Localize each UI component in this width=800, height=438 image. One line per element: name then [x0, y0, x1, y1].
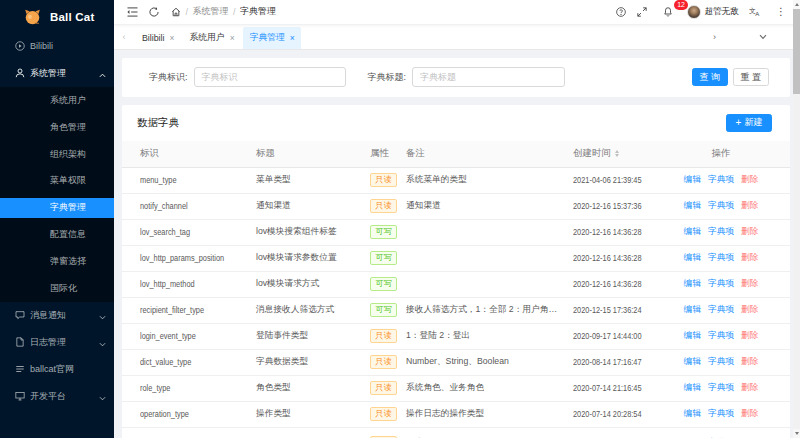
dict-items-link[interactable]: 字典项: [708, 252, 734, 264]
dict-items-link[interactable]: 字典项: [708, 278, 734, 290]
tabs-scroll-right-icon[interactable]: ›: [713, 32, 716, 42]
sidebar-item-bilibili[interactable]: Bilibili: [0, 33, 114, 60]
tab-close-icon[interactable]: ×: [290, 33, 295, 43]
fullscreen-icon[interactable]: [637, 7, 647, 17]
table-row: recipient_filter_type消息接收人筛选方式可写接收人筛选方式，…: [122, 298, 790, 324]
breadcrumb-item-current: 字典管理: [240, 5, 276, 18]
delete-link[interactable]: 删除: [741, 356, 758, 368]
edit-link[interactable]: 编辑: [684, 174, 701, 186]
query-button[interactable]: 查询: [692, 68, 729, 86]
sidebar-item-dev-platform[interactable]: 开发平台: [0, 383, 114, 410]
delete-link[interactable]: 删除: [741, 226, 758, 238]
sidebar-item-system[interactable]: 系统管理: [0, 60, 114, 87]
tab-close-icon[interactable]: ×: [230, 33, 235, 43]
edit-link[interactable]: 编辑: [684, 356, 701, 368]
dict-title-input[interactable]: 字典标题: [412, 67, 565, 87]
sidebar-item-menu-permission[interactable]: 菜单权限: [0, 167, 114, 194]
sidebar-item-dict[interactable]: 字典管理: [0, 194, 114, 221]
sidebar-item-log[interactable]: 日志管理: [0, 329, 114, 356]
delete-link[interactable]: 删除: [741, 174, 758, 186]
sidebar-menu: Bilibili 系统管理 系统用户 角色管理 组织架构 菜单权限 字典管理 配…: [0, 33, 114, 409]
search-panel: 字典标识: 字典标识 字典标题: 字典标题 查询 重置: [122, 58, 790, 97]
dict-items-link[interactable]: 字典项: [708, 200, 734, 212]
dict-items-link[interactable]: 字典项: [708, 408, 734, 420]
table-row: operation_type操作类型只读操作日志的操作类型2020-07-14 …: [122, 402, 790, 428]
delete-link[interactable]: 删除: [741, 304, 758, 316]
edit-link[interactable]: 编辑: [684, 304, 701, 316]
tab-bilibili[interactable]: Bilibili ×: [136, 27, 181, 49]
tab-close-icon[interactable]: ×: [170, 33, 175, 43]
cell-remark: 用户性别: [406, 428, 558, 438]
sidebar-item-website[interactable]: ballcat官网: [0, 356, 114, 383]
edit-link[interactable]: 编辑: [684, 330, 701, 342]
cell-actions: 编辑字典项删除: [662, 350, 780, 375]
avatar[interactable]: [687, 5, 701, 19]
create-button[interactable]: + 新建: [726, 114, 772, 132]
sort-icon[interactable]: [615, 150, 619, 157]
cell-remark: Number、String、Boolean: [406, 350, 558, 375]
edit-link[interactable]: 编辑: [684, 278, 701, 290]
reload-icon[interactable]: [149, 7, 159, 17]
dict-items-link[interactable]: 字典项: [708, 356, 734, 368]
col-header-attr: 属性: [370, 141, 389, 167]
tabbar-controls: ›: [713, 25, 800, 49]
sidebar-item-notify[interactable]: 消息通知: [0, 302, 114, 329]
edit-link[interactable]: 编辑: [684, 252, 701, 264]
delete-link[interactable]: 删除: [741, 200, 758, 212]
scrollbar-thumb[interactable]: [793, 9, 800, 94]
cell-remark: 接收人筛选方式，1：全部 2：用户角色 3：组织机构 4：用户类型 5：自定义用…: [406, 298, 558, 323]
sidebar-item-organization[interactable]: 组织架构: [0, 141, 114, 168]
reset-button[interactable]: 重置: [733, 68, 770, 86]
dict-id-input[interactable]: 字典标识: [194, 67, 346, 87]
sidebar-item-lov[interactable]: 弹窗选择: [0, 248, 114, 275]
table-row: login_event_type登陆事件类型只读1：登陆 2：登出2020-09…: [122, 324, 790, 350]
logo[interactable]: Ball Cat: [0, 0, 114, 33]
tabs-scroll-left-icon[interactable]: ‹: [123, 32, 126, 42]
cell-attr: 只读: [370, 194, 397, 219]
tab-system-user[interactable]: 系统用户 ×: [183, 27, 241, 49]
delete-link[interactable]: 删除: [741, 408, 758, 420]
dict-items-link[interactable]: 字典项: [708, 382, 734, 394]
sidebar-item-system-user[interactable]: 系统用户: [0, 87, 114, 114]
col-header-title: 标题: [256, 141, 275, 167]
edit-link[interactable]: 编辑: [684, 382, 701, 394]
cell-time: 2020-07-14 21:16:45: [573, 376, 654, 401]
col-header-id: 标识: [140, 141, 159, 167]
cell-time: 2020-12-16 15:37:36: [573, 194, 654, 219]
sidebar-item-i18n[interactable]: 国际化: [0, 275, 114, 302]
translate-icon[interactable]: 文A: [749, 6, 761, 17]
table-row: role_type角色类型只读系统角色、业务角色2020-07-14 21:16…: [122, 376, 790, 402]
edit-link[interactable]: 编辑: [684, 200, 701, 212]
dict-items-link[interactable]: 字典项: [708, 226, 734, 238]
menu-fold-icon[interactable]: [127, 7, 138, 17]
user-name[interactable]: 超管无敌: [705, 6, 739, 18]
tab-dict-active[interactable]: 字典管理 ×: [243, 27, 301, 49]
home-icon[interactable]: [171, 7, 181, 17]
delete-link[interactable]: 删除: [741, 278, 758, 290]
dict-items-link[interactable]: 字典项: [708, 304, 734, 316]
dict-items-link[interactable]: 字典项: [708, 174, 734, 186]
sidebar-item-config[interactable]: 配置信息: [0, 221, 114, 248]
dict-items-link[interactable]: 字典项: [708, 330, 734, 342]
delete-link[interactable]: 删除: [741, 330, 758, 342]
delete-link[interactable]: 删除: [741, 382, 758, 394]
edit-link[interactable]: 编辑: [684, 408, 701, 420]
cell-id: lov_http_params_position: [140, 246, 239, 271]
scroll-up-icon[interactable]: [793, 0, 800, 9]
cell-attr: 只读: [370, 402, 397, 427]
breadcrumb-item[interactable]: 系统管理: [193, 5, 229, 18]
sidebar-item-role[interactable]: 角色管理: [0, 114, 114, 141]
edit-link[interactable]: 编辑: [684, 226, 701, 238]
delete-link[interactable]: 删除: [741, 252, 758, 264]
col-header-time[interactable]: 创建时间: [573, 141, 619, 167]
scrollbar[interactable]: [793, 0, 800, 438]
dict-id-label: 字典标识:: [149, 71, 188, 84]
more-icon[interactable]: ⋮: [776, 8, 780, 16]
bell-icon[interactable]: 12: [663, 6, 673, 17]
scroll-down-icon[interactable]: [793, 429, 800, 438]
tabbar: ‹ Bilibili × 系统用户 × 字典管理 × ›: [114, 25, 800, 50]
tabs-menu-icon[interactable]: [759, 33, 767, 42]
question-circle-icon[interactable]: [616, 7, 626, 17]
table-panel-header: 数据字典 + 新建: [122, 105, 790, 141]
content: 字典标识: 字典标识 字典标题: 字典标题 查询 重置 数据字典 + 新建 标识…: [114, 51, 794, 438]
